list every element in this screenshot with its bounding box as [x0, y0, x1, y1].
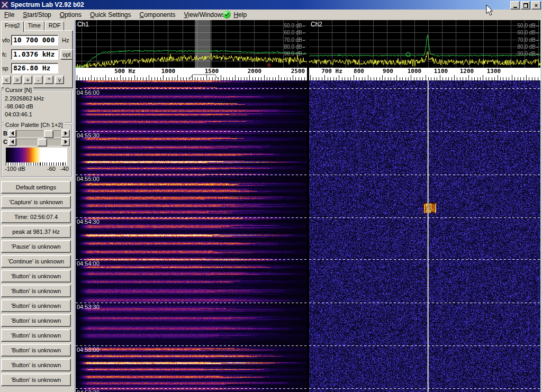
- minimize-button[interactable]: [510, 1, 520, 10]
- ch1-label: Ch1: [77, 21, 89, 28]
- run-status-icon[interactable]: [223, 11, 231, 19]
- menu-item-quick-settings[interactable]: Quick Settings: [86, 10, 135, 20]
- ch1-frequency-ruler[interactable]: 500 Hz1000150020002500: [76, 68, 307, 80]
- menu-item-file[interactable]: File: [0, 10, 19, 20]
- side-button-12[interactable]: 'Button' is unknown: [1, 359, 71, 371]
- cursor-group-title: Cursor [N]: [4, 87, 33, 93]
- tune-button-left[interactable]: <: [2, 76, 11, 84]
- arrow-right-icon: [65, 140, 67, 144]
- slider-b-label: B: [3, 130, 8, 136]
- ch1-db-label-4: 90.0 dB: [284, 51, 305, 57]
- ch2-frequency-ruler[interactable]: 700 Hz8009001000110012001300: [309, 68, 540, 80]
- tune-button-right[interactable]: >: [13, 76, 22, 84]
- ch2-db-label-2: 70.0 dB: [518, 37, 538, 43]
- cursor-value-0: 2.2926862 kHz: [2, 95, 71, 103]
- db-tick-mark: [536, 40, 538, 41]
- slider-b-right-arrow[interactable]: [61, 130, 70, 138]
- side-button-5[interactable]: 'Continue' is unknown: [1, 255, 71, 268]
- side-button-13[interactable]: 'Button' is unknown: [1, 373, 71, 386]
- side-button-7[interactable]: 'Button' is unknown: [1, 285, 71, 297]
- tune-buttons: <>+-^v: [2, 76, 64, 84]
- palette-scale-label-2: -40: [60, 166, 69, 172]
- side-button-10[interactable]: 'Button' is unknown: [1, 329, 71, 342]
- slider-c-right-arrow[interactable]: [61, 138, 70, 146]
- field-label-sp: sp: [1, 65, 11, 71]
- side-button-3[interactable]: peak at 981.37 Hz: [1, 225, 71, 238]
- cursor-value-2: 04:03:46.1: [2, 111, 71, 118]
- db-tick-mark: [536, 26, 538, 26]
- cursor-value-1: -98.040 dB: [2, 103, 71, 111]
- side-button-1[interactable]: 'Capture' is unknown: [1, 196, 71, 208]
- ch2-waterfall[interactable]: [309, 80, 540, 392]
- db-tick-mark: [303, 40, 305, 41]
- close-button[interactable]: ×: [531, 1, 541, 10]
- db-tick-mark: [303, 26, 305, 26]
- cursor-readout: 2.2926862 kHz-98.040 dB04:03:46.1: [2, 90, 71, 118]
- arrow-right-icon: [65, 131, 67, 135]
- field-row-sp: sp826.80 Hz: [1, 62, 73, 74]
- menu-item-start-stop[interactable]: Start/Stop: [19, 10, 55, 20]
- restore-button[interactable]: [521, 1, 530, 10]
- field-label-fc: fc: [1, 51, 11, 58]
- slider-c-track[interactable]: [16, 139, 61, 145]
- menu-items: FileStart/StopOptionsQuick SettingsCompo…: [0, 10, 251, 20]
- tune-button-down[interactable]: v: [55, 76, 64, 84]
- menu-item-help[interactable]: Help: [229, 10, 251, 20]
- side-button-8[interactable]: 'Button' is unknown: [1, 299, 71, 312]
- tab-freq2[interactable]: Freq2: [1, 21, 24, 32]
- menu-bar: FileStart/StopOptionsQuick SettingsCompo…: [0, 10, 542, 20]
- field-unit-hz: Hz: [62, 37, 69, 43]
- ch1-waterfall[interactable]: [76, 80, 307, 392]
- slider-c-thumb[interactable]: [38, 139, 47, 147]
- slider-b-track[interactable]: [16, 130, 61, 137]
- check-icon: [224, 12, 229, 17]
- window-title: Spectrum Lab V2.92 b02: [11, 1, 84, 8]
- ch1-spectrum-graph[interactable]: [76, 20, 307, 68]
- menu-item-view-windows[interactable]: View/Windows: [180, 10, 230, 20]
- side-button-0[interactable]: Default settings: [1, 181, 71, 194]
- palette-gradient: [6, 148, 67, 162]
- field-input-vfo[interactable]: 10 700 000: [11, 35, 58, 45]
- close-icon: ×: [535, 3, 538, 8]
- side-button-2[interactable]: Time: 02:56:07.4: [1, 211, 71, 223]
- menu-item-components[interactable]: Components: [136, 10, 180, 20]
- ch2-db-label-3: 80.0 dB: [518, 44, 538, 50]
- db-tick-mark: [536, 47, 538, 48]
- ch2-spectrum-graph[interactable]: [309, 20, 540, 68]
- time-label-7: 04:52:30: [77, 389, 100, 392]
- db-tick-mark: [303, 33, 305, 33]
- palette-scale-label-1: -60: [47, 166, 56, 172]
- side-button-6[interactable]: 'Button' is unknown: [1, 270, 71, 282]
- ch2-db-label-0: 50.0 dB: [518, 23, 538, 29]
- db-tick-mark: [303, 47, 305, 48]
- channel2-panel: Ch2 50.0 dB60.0 dB70.0 dB80.0 dB90.0 dB …: [309, 20, 540, 392]
- side-button-9[interactable]: 'Button' is unknown: [1, 314, 71, 327]
- field-row-vfo: vfo10 700 000Hz: [1, 34, 73, 46]
- slider-b: B: [3, 130, 70, 137]
- slider-c-left-arrow[interactable]: [8, 138, 17, 146]
- ch1-db-label-1: 60.0 dB: [284, 30, 305, 35]
- tune-button-plus[interactable]: +: [23, 76, 32, 84]
- ch1-db-label-3: 80.0 dB: [284, 44, 305, 50]
- slider-c: C: [3, 138, 70, 145]
- title-bar[interactable]: Spectrum Lab V2.92 b02 ×: [0, 0, 542, 10]
- tune-button-up[interactable]: ^: [44, 76, 53, 84]
- opt-button[interactable]: opt: [60, 49, 73, 60]
- ch1-ruler-ticks: [76, 74, 307, 80]
- tune-button-minus[interactable]: -: [34, 76, 43, 84]
- menu-item-options[interactable]: Options: [56, 10, 86, 20]
- field-input-sp[interactable]: 826.80 Hz: [11, 63, 58, 74]
- slider-b-thumb[interactable]: [44, 130, 53, 138]
- mouse-cursor-icon: [486, 4, 493, 16]
- time-label-4: 04:54:00: [77, 260, 100, 267]
- side-button-4[interactable]: 'Pause' is unknown: [1, 240, 71, 253]
- slider-c-label: C: [3, 139, 8, 145]
- arrow-left-icon: [11, 131, 14, 135]
- time-label-1: 04:55:30: [77, 132, 100, 139]
- slider-b-left-arrow[interactable]: [8, 130, 17, 138]
- ch1-db-label-2: 70.0 dB: [284, 37, 305, 43]
- time-label-0: 04:56:00: [77, 89, 100, 96]
- ch2-label: Ch2: [311, 21, 322, 28]
- side-button-11[interactable]: 'Button' is unknown: [1, 344, 71, 357]
- field-input-fc[interactable]: 1.0376 kHz: [11, 49, 58, 60]
